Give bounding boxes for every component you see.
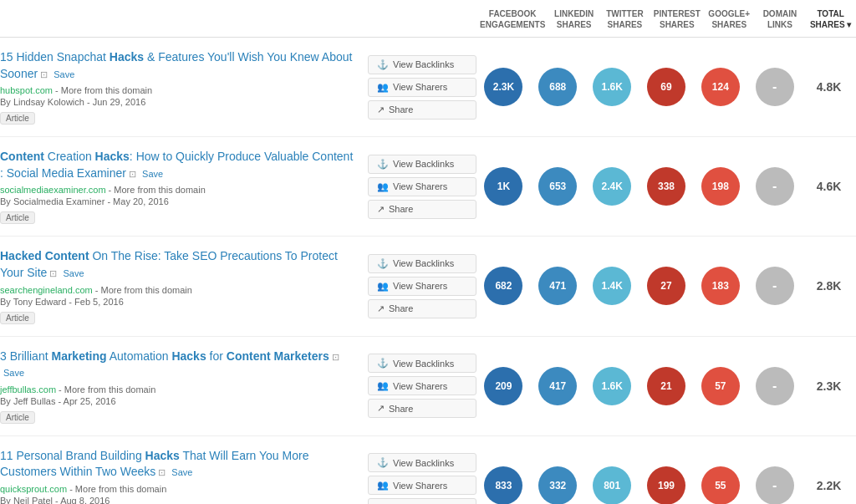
view-backlinks-button[interactable]: ⚓ View Backlinks (368, 354, 476, 373)
stats-row: 2.3K6881.6K69124-4.8K (476, 68, 856, 106)
article-title: Hacked Content On The Rise: Take SEO Pre… (0, 248, 359, 281)
stat-cell-facebook: 209 (476, 367, 531, 405)
circle-twitter: 1.6K (593, 367, 631, 405)
header-row: FACEBOOKENGAGEMENTS LINKEDINSHARES TWITT… (0, 8, 856, 38)
view-sharers-button[interactable]: 👥 View Sharers (368, 78, 476, 97)
stat-cell-linkedin: 688 (531, 68, 585, 106)
total-value: 2.8K (817, 279, 842, 293)
view-backlinks-button[interactable]: ⚓ View Backlinks (368, 55, 476, 74)
stats-row: 1K6532.4K338198-4.6K (476, 167, 856, 206)
circle-domain: - (756, 167, 794, 206)
circle-facebook: 682 (484, 267, 522, 305)
article-domain: jeffbullas.com - More from this domain (0, 384, 359, 395)
article-meta: By Neil Patel - Aug 8, 2016 (0, 496, 359, 504)
circle-facebook: 1K (484, 167, 522, 206)
save-icon: ⊡ (329, 352, 339, 362)
view-sharers-button[interactable]: 👥 View Sharers (368, 376, 476, 395)
share-button[interactable]: ↗ Share (368, 200, 476, 219)
domain-link[interactable]: quicksprout.com (0, 484, 67, 494)
stat-cell-total: 2.2K (802, 479, 856, 492)
article-meta: By Lindsay Kolowich - Jun 29, 2016 (0, 97, 359, 107)
share-button[interactable]: ↗ Share (368, 498, 476, 504)
actions-col: ⚓ View Backlinks👥 View Sharers↗ Share (368, 453, 476, 504)
stat-cell-twitter: 1.4K (585, 267, 639, 305)
circle-linkedin: 688 (538, 68, 577, 106)
header-facebook: FACEBOOKENGAGEMENTS (476, 8, 548, 30)
main-container: FACEBOOKENGAGEMENTS LINKEDINSHARES TWITT… (0, 0, 856, 504)
circle-facebook: 2.3K (484, 68, 522, 106)
view-backlinks-button[interactable]: ⚓ View Backlinks (368, 453, 476, 472)
circle-twitter: 801 (593, 466, 631, 504)
domain-more: - More from this domain (106, 185, 206, 195)
domain-link[interactable]: searchengineland.com (0, 285, 93, 295)
save-button[interactable]: Save (63, 268, 84, 278)
article-tag: Article (0, 211, 35, 224)
share-button[interactable]: ↗ Share (368, 399, 476, 418)
stats-row: 6824711.4K27183-2.8K (476, 267, 856, 305)
save-icon: ⊡ (38, 69, 50, 79)
header-linkedin: LINKEDINSHARES (548, 8, 599, 30)
view-sharers-button[interactable]: 👥 View Sharers (368, 476, 476, 495)
stat-cell-facebook: 682 (476, 267, 531, 305)
actions-col: ⚓ View Backlinks👥 View Sharers↗ Share (368, 155, 476, 219)
save-button[interactable]: Save (54, 69, 74, 79)
actions-col: ⚓ View Backlinks👥 View Sharers↗ Share (368, 254, 476, 318)
article-row: 3 Brilliant Marketing Automation Hacks f… (0, 337, 856, 436)
circle-pinterest: 27 (647, 267, 685, 305)
circle-domain: - (756, 267, 794, 305)
article-title-link[interactable]: Content Creation Hacks: How to Quickly P… (0, 150, 353, 180)
stat-cell-facebook: 2.3K (476, 68, 531, 106)
save-button[interactable]: Save (3, 368, 24, 378)
article-col: Content Creation Hacks: How to Quickly P… (0, 149, 368, 224)
circle-pinterest: 21 (647, 367, 685, 405)
view-sharers-button[interactable]: 👥 View Sharers (368, 177, 476, 196)
article-row: Hacked Content On The Rise: Take SEO Pre… (0, 237, 856, 336)
view-backlinks-button[interactable]: ⚓ View Backlinks (368, 155, 476, 174)
stat-cell-google: 57 (693, 367, 747, 405)
stat-cell-twitter: 1.6K (585, 68, 639, 106)
circle-google: 55 (701, 466, 740, 504)
save-icon: ⊡ (155, 467, 168, 477)
article-title-link[interactable]: 11 Personal Brand Building Hacks That Wi… (0, 449, 308, 479)
article-domain: quicksprout.com - More from this domain (0, 484, 359, 494)
stat-cell-linkedin: 417 (531, 367, 585, 405)
stat-cell-google: 198 (693, 167, 747, 206)
header-google: GOOGLE+SHARES (704, 8, 755, 30)
stat-cell-total: 4.6K (802, 180, 856, 193)
total-value: 2.2K (817, 479, 842, 492)
article-domain: searchengineland.com - More from this do… (0, 285, 359, 295)
share-button[interactable]: ↗ Share (368, 100, 476, 120)
share-button[interactable]: ↗ Share (368, 299, 476, 318)
article-tag: Article (0, 312, 35, 324)
circle-twitter: 2.4K (593, 167, 631, 206)
domain-more: - More from this domain (93, 285, 192, 295)
article-title: 3 Brilliant Marketing Automation Hacks f… (0, 349, 359, 381)
save-button[interactable]: Save (142, 169, 163, 179)
circle-linkedin: 653 (538, 167, 577, 206)
article-row: 11 Personal Brand Building Hacks That Wi… (0, 436, 856, 504)
article-col: 3 Brilliant Marketing Automation Hacks f… (0, 349, 368, 424)
article-row: Content Creation Hacks: How to Quickly P… (0, 137, 856, 237)
save-button[interactable]: Save (171, 467, 192, 477)
view-sharers-button[interactable]: 👥 View Sharers (368, 277, 476, 296)
stat-cell-google: 124 (693, 68, 747, 106)
article-col: 11 Personal Brand Building Hacks That Wi… (0, 448, 368, 504)
stat-cell-pinterest: 69 (639, 68, 694, 106)
domain-link[interactable]: socialmediaexaminer.com (0, 185, 106, 195)
domain-more: - More from this domain (56, 384, 155, 395)
circle-twitter: 1.6K (593, 68, 631, 106)
save-icon: ⊡ (47, 268, 59, 278)
circle-linkedin: 417 (538, 367, 577, 405)
view-backlinks-button[interactable]: ⚓ View Backlinks (368, 254, 476, 273)
article-title: Content Creation Hacks: How to Quickly P… (0, 149, 359, 181)
circle-linkedin: 332 (538, 466, 577, 504)
circle-google: 57 (701, 367, 740, 405)
article-title-link[interactable]: 3 Brilliant Marketing Automation Hacks f… (0, 349, 329, 363)
article-col: 15 Hidden Snapchat Hacks & Features You'… (0, 49, 368, 125)
domain-link[interactable]: hubspot.com (0, 85, 53, 95)
circle-twitter: 1.4K (593, 267, 631, 305)
domain-link[interactable]: jeffbullas.com (0, 384, 56, 395)
circle-google: 124 (701, 68, 740, 106)
article-meta: By Socialmedia Examiner - May 20, 2016 (0, 196, 359, 206)
domain-more: - More from this domain (67, 484, 166, 494)
